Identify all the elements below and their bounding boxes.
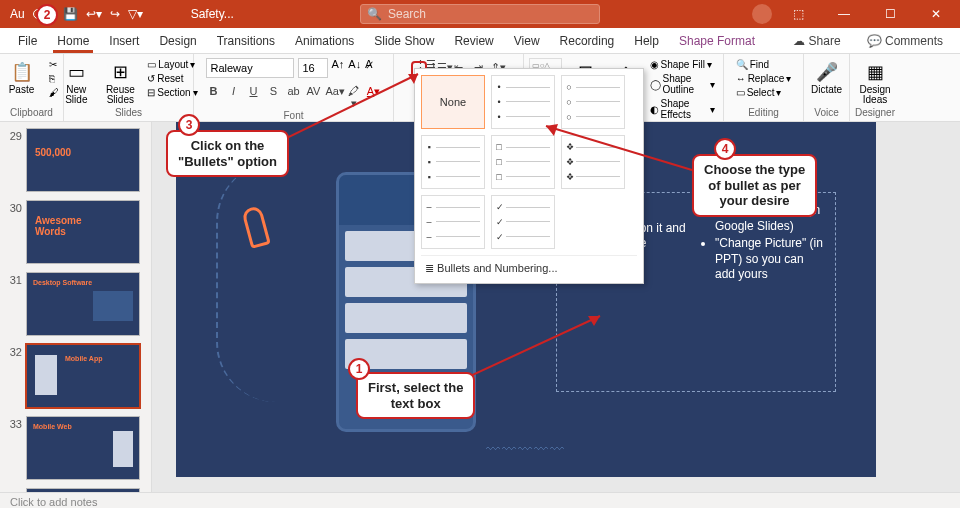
annotation-badge-3: 3 xyxy=(178,114,200,136)
tab-help[interactable]: Help xyxy=(624,28,669,53)
shrink-font-icon[interactable]: A↓ xyxy=(348,58,361,78)
clear-format-icon[interactable]: A̷ xyxy=(365,58,373,78)
safety-label[interactable]: Safety... xyxy=(191,7,234,21)
section-button[interactable]: ⊟ Section ▾ xyxy=(144,86,200,99)
bullet-square[interactable]: □□□ xyxy=(491,135,555,189)
titlebar: Au 💾 ↩▾ ↪ ▽▾ Safety... 🔍 Search ⬚ — ☐ ✕ xyxy=(0,0,960,28)
underline-icon[interactable]: U xyxy=(246,85,262,110)
avatar[interactable] xyxy=(752,4,772,24)
tab-animations[interactable]: Animations xyxy=(285,28,364,53)
layout-button[interactable]: ▭ Layout ▾ xyxy=(144,58,200,71)
annotation-3: Click on the "Bullets" option xyxy=(166,130,289,177)
find-button[interactable]: 🔍 Find xyxy=(733,58,795,71)
paste-icon: 📋 xyxy=(10,60,34,84)
close-icon[interactable]: ✕ xyxy=(916,0,956,28)
thumb-34[interactable] xyxy=(26,488,140,492)
group-editing: Editing xyxy=(748,107,779,119)
reset-button[interactable]: ↺ Reset xyxy=(144,72,200,85)
tab-review[interactable]: Review xyxy=(444,28,503,53)
thumb-33[interactable]: Mobile Web xyxy=(26,416,140,480)
highlight-icon[interactable]: 🖍▾ xyxy=(346,85,362,110)
strike-icon[interactable]: S xyxy=(266,85,282,110)
reuse-icon: ⊞ xyxy=(108,60,132,84)
bullet-square-small[interactable]: ▪▪▪ xyxy=(421,135,485,189)
group-clipboard: Clipboard xyxy=(10,107,53,119)
dictate-button[interactable]: 🎤 Dictate xyxy=(807,58,847,97)
case-icon[interactable]: Aa▾ xyxy=(326,85,342,110)
autosave-label: Au xyxy=(10,7,25,21)
italic-icon[interactable]: I xyxy=(226,85,242,110)
annotation-badge-1: 1 xyxy=(348,358,370,380)
comments-button[interactable]: Comments xyxy=(858,31,952,51)
bullet-check[interactable]: ✓✓✓ xyxy=(491,195,555,249)
grow-font-icon[interactable]: A↑ xyxy=(332,58,345,78)
save-icon[interactable]: 💾 xyxy=(63,7,78,21)
thumbnail-pane[interactable]: 29500,000 30Awesome Words 31Desktop Soft… xyxy=(0,122,152,492)
new-slide-icon: ▭ xyxy=(64,60,88,84)
annotation-badge-2: 2 xyxy=(36,4,58,26)
bullet-circle[interactable]: ○○○ xyxy=(561,75,625,129)
font-size-select[interactable]: 16 xyxy=(298,58,328,78)
tab-slideshow[interactable]: Slide Show xyxy=(364,28,444,53)
bullet-dash[interactable]: ––– xyxy=(421,195,485,249)
group-font: Font xyxy=(283,110,303,122)
select-button[interactable]: ▭ Select ▾ xyxy=(733,86,795,99)
ribbon-tabs: File Home Insert Design Transitions Anim… xyxy=(0,28,960,54)
reuse-slides-button[interactable]: ⊞ Reuse Slides xyxy=(100,58,140,107)
font-color-icon[interactable]: A▾ xyxy=(366,85,382,110)
shape-fill-button[interactable]: ◉ Shape Fill ▾ xyxy=(647,58,719,71)
thumb-31[interactable]: Desktop Software xyxy=(26,272,140,336)
thumb-29[interactable]: 500,000 xyxy=(26,128,140,192)
thumb-32[interactable]: Mobile App xyxy=(26,344,140,408)
replace-button[interactable]: ↔ Replace ▾ xyxy=(733,72,795,85)
group-voice: Voice xyxy=(814,107,838,119)
shape-effects-button[interactable]: ◐ Shape Effects ▾ xyxy=(647,97,719,121)
search-box[interactable]: 🔍 Search xyxy=(360,4,600,24)
mic-icon: 🎤 xyxy=(815,60,839,84)
decoration-curve xyxy=(216,162,336,402)
notes-placeholder: Click to add notes xyxy=(10,496,97,508)
undo-icon[interactable]: ↩▾ xyxy=(86,7,102,21)
group-slides: Slides xyxy=(115,107,142,119)
notes-pane[interactable]: Click to add notes xyxy=(0,492,960,508)
list-item: "Change Picture" (in PPT) so you can add… xyxy=(715,236,825,283)
minimize-icon[interactable]: — xyxy=(824,0,864,28)
bold-icon[interactable]: B xyxy=(206,85,222,110)
group-designer: Designer xyxy=(855,107,895,119)
redo-icon[interactable]: ↪ xyxy=(110,7,120,21)
bullets-numbering-link[interactable]: Bullets and Numbering... xyxy=(421,255,637,277)
maximize-icon[interactable]: ☐ xyxy=(870,0,910,28)
shadow-icon[interactable]: ab xyxy=(286,85,302,110)
bullet-none[interactable]: None xyxy=(421,75,485,129)
tab-view[interactable]: View xyxy=(504,28,550,53)
tab-transitions[interactable]: Transitions xyxy=(207,28,285,53)
annotation-4: Choose the type of bullet as per your de… xyxy=(692,154,817,217)
tab-recording[interactable]: Recording xyxy=(550,28,625,53)
thumb-30[interactable]: Awesome Words xyxy=(26,200,140,264)
tab-design[interactable]: Design xyxy=(149,28,206,53)
share-button[interactable]: Share xyxy=(784,31,849,51)
search-placeholder: Search xyxy=(388,7,426,21)
wave-decoration: 〰〰〰〰〰 xyxy=(486,441,566,457)
annotation-badge-4: 4 xyxy=(714,138,736,160)
new-slide-button[interactable]: ▭ New Slide xyxy=(56,58,96,107)
design-ideas-icon: ▦ xyxy=(863,60,887,84)
bullet-disc[interactable]: ••• xyxy=(491,75,555,129)
annotation-1: First, select the text box xyxy=(356,372,475,419)
design-ideas-button[interactable]: ▦ Design Ideas xyxy=(855,58,895,107)
paste-button[interactable]: 📋 Paste xyxy=(2,58,42,97)
search-icon: 🔍 xyxy=(367,7,382,21)
shape-outline-button[interactable]: ◯ Shape Outline ▾ xyxy=(647,72,719,96)
tab-insert[interactable]: Insert xyxy=(99,28,149,53)
font-name-select[interactable]: Raleway xyxy=(206,58,294,78)
bullets-dropdown: None ••• ○○○ ▪▪▪ □□□ ❖❖❖ ––– ✓✓✓ Bullets… xyxy=(414,68,644,284)
tab-shape-format[interactable]: Shape Format xyxy=(669,28,765,53)
ribbon-toggle-icon[interactable]: ⬚ xyxy=(778,0,818,28)
tab-file[interactable]: File xyxy=(8,28,47,53)
spacing-icon[interactable]: AV xyxy=(306,85,322,110)
tab-home[interactable]: Home xyxy=(47,28,99,53)
bullet-diamond[interactable]: ❖❖❖ xyxy=(561,135,625,189)
start-show-icon[interactable]: ▽▾ xyxy=(128,7,143,21)
